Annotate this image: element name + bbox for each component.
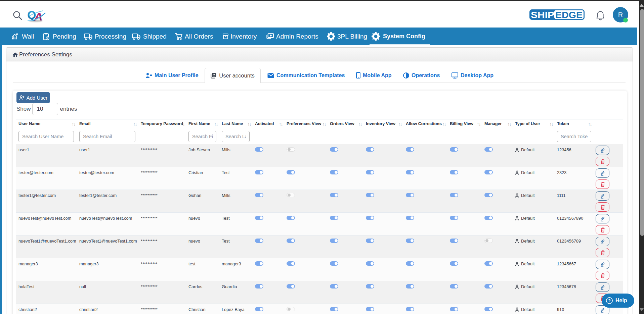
svg-text:?: ? — [608, 298, 611, 303]
svg-text:EDGE: EDGE — [555, 10, 583, 20]
svg-text:SHIP: SHIP — [531, 10, 554, 20]
